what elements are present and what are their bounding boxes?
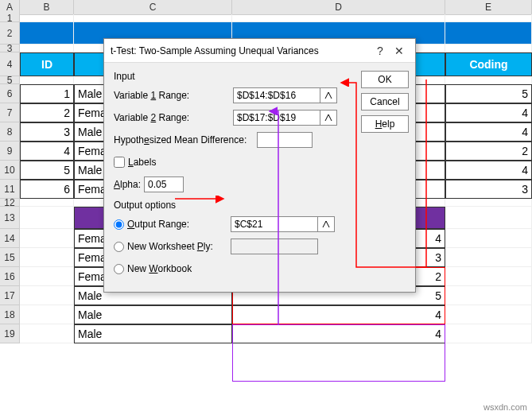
row-header-15[interactable]: 15 bbox=[0, 248, 20, 267]
row-header-6[interactable]: 6 bbox=[0, 84, 20, 103]
table-row[interactable]: 1 bbox=[20, 84, 74, 103]
table-row[interactable]: 4 bbox=[445, 103, 532, 122]
table-row[interactable]: 4 bbox=[232, 324, 445, 343]
row-header-9[interactable]: 9 bbox=[0, 142, 20, 161]
table-row[interactable]: 6 bbox=[20, 180, 74, 199]
var2-range-input[interactable] bbox=[233, 110, 320, 126]
row-header-3[interactable]: 3 bbox=[0, 45, 20, 52]
var1-label: Variable 1 Range: bbox=[114, 90, 233, 101]
range-select-icon[interactable] bbox=[320, 110, 337, 126]
table-row[interactable]: 4 bbox=[20, 142, 74, 161]
table-row[interactable]: Male bbox=[74, 305, 232, 324]
output-range-label: Output Range: bbox=[127, 219, 231, 230]
row-header-7[interactable]: 7 bbox=[0, 103, 20, 122]
new-worksheet-radio[interactable] bbox=[114, 242, 124, 252]
table-row[interactable]: 2 bbox=[20, 103, 74, 122]
hyp-mean-input[interactable] bbox=[257, 132, 313, 148]
alpha-input[interactable] bbox=[144, 176, 184, 192]
ok-button[interactable]: OK bbox=[361, 71, 409, 88]
cancel-button[interactable]: Cancel bbox=[361, 93, 409, 111]
row-header-11[interactable]: 11 bbox=[0, 180, 20, 199]
close-icon[interactable]: ✕ bbox=[390, 45, 409, 57]
new-worksheet-label: New Worksheet Ply: bbox=[127, 241, 231, 252]
help-icon[interactable]: ? bbox=[371, 45, 390, 57]
help-button[interactable]: Help bbox=[361, 115, 409, 133]
var2-label: Variable 2 Range: bbox=[114, 112, 233, 123]
new-worksheet-input bbox=[231, 239, 318, 254]
range-select-icon[interactable] bbox=[320, 87, 337, 103]
row-header-13[interactable]: 13 bbox=[0, 207, 20, 229]
col-header-C[interactable]: C bbox=[74, 0, 232, 14]
table-row[interactable]: 4 bbox=[232, 305, 445, 324]
table-row[interactable]: 2 bbox=[445, 142, 532, 161]
row-header-2[interactable]: 2 bbox=[0, 22, 20, 45]
col-header-E[interactable]: E bbox=[445, 0, 532, 14]
dialog-title: t-Test: Two-Sample Assuming Unequal Vari… bbox=[111, 45, 371, 56]
hyp-label: Hypothesized Mean Difference: bbox=[114, 134, 257, 145]
row-header-10[interactable]: 10 bbox=[0, 161, 20, 180]
output-range-radio[interactable] bbox=[114, 219, 124, 230]
labels-checkbox[interactable] bbox=[114, 157, 125, 168]
output-range-input[interactable] bbox=[231, 216, 318, 232]
labels-label: Labels bbox=[128, 157, 156, 168]
new-workbook-radio[interactable] bbox=[114, 264, 124, 274]
row-header-18[interactable]: 18 bbox=[0, 305, 20, 324]
table-row[interactable]: 5 bbox=[20, 161, 74, 180]
ttest-dialog: t-Test: Two-Sample Assuming Unequal Vari… bbox=[103, 38, 416, 293]
table-row[interactable]: 3 bbox=[20, 122, 74, 142]
row-header-8[interactable]: 8 bbox=[0, 122, 20, 142]
alpha-label: Alpha: bbox=[114, 179, 141, 190]
table-row[interactable]: 5 bbox=[445, 84, 532, 103]
table-row[interactable]: 4 bbox=[445, 161, 532, 180]
column-headers: A B C D E bbox=[0, 0, 532, 15]
var1-range-input[interactable] bbox=[233, 87, 320, 103]
output-section-label: Output options bbox=[114, 200, 355, 211]
col-header-D[interactable]: D bbox=[232, 0, 445, 14]
row-header-4[interactable]: 4 bbox=[0, 52, 20, 76]
watermark: wsxdn.com bbox=[483, 402, 527, 412]
table-row[interactable]: 3 bbox=[445, 180, 532, 199]
dialog-titlebar[interactable]: t-Test: Two-Sample Assuming Unequal Vari… bbox=[104, 39, 415, 63]
new-workbook-label: New Workbook bbox=[127, 263, 192, 274]
row-header-17[interactable]: 17 bbox=[0, 286, 20, 305]
row-header-12[interactable]: 12 bbox=[0, 199, 20, 207]
row-header-1[interactable]: 1 bbox=[0, 14, 20, 22]
row-headers: 1 2 3 4 5 6 7 8 9 10 11 12 13 14 15 16 1… bbox=[0, 14, 20, 343]
table-row[interactable]: 4 bbox=[445, 122, 532, 142]
row-header-5[interactable]: 5 bbox=[0, 76, 20, 84]
row-header-19[interactable]: 19 bbox=[0, 324, 20, 343]
col-header-B[interactable]: B bbox=[20, 0, 74, 14]
table-row[interactable]: Male bbox=[74, 324, 232, 343]
upper-header-id[interactable]: ID bbox=[20, 52, 74, 76]
spreadsheet: A B C D E 1 2 3 4 5 6 7 8 9 10 11 12 13 … bbox=[0, 0, 532, 15]
range-select-icon[interactable] bbox=[317, 216, 335, 232]
upper-header-coding[interactable]: Coding bbox=[445, 52, 532, 76]
row-header-16[interactable]: 16 bbox=[0, 267, 20, 286]
input-section-label: Input bbox=[114, 71, 355, 82]
row-header-14[interactable]: 14 bbox=[0, 229, 20, 248]
